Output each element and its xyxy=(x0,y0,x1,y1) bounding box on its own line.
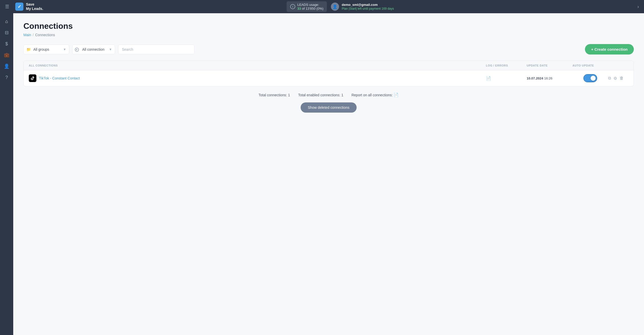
search-wrapper xyxy=(118,45,194,54)
header-update-date: UPDATE DATE xyxy=(527,64,572,67)
tiktok-icon xyxy=(29,74,36,82)
connection-select[interactable]: All connection xyxy=(72,45,115,54)
breadcrumb-current: Connections xyxy=(35,33,55,37)
table-row: TikTok - Constant Contact 📄 10.07.2024 1… xyxy=(24,70,634,86)
leads-usage-text: LEADS usage: 33 of 13'850 (0%) xyxy=(297,3,323,10)
auto-update-toggle[interactable] xyxy=(584,75,596,82)
header-actions xyxy=(608,64,628,67)
sidebar-item-integrations[interactable]: 💼 xyxy=(2,50,12,60)
report-file-icon[interactable]: 📄 xyxy=(394,93,399,97)
toolbar: 📁 All groups ▼ ▶ All connection ▼ + Crea… xyxy=(23,44,634,55)
header-all-connections: ALL CONNECTIONS xyxy=(29,64,486,67)
groups-select[interactable]: All groups xyxy=(23,45,69,54)
stats-row: Total connections: 1 Total enabled conne… xyxy=(23,92,634,97)
total-connections-stat: Total connections: 1 xyxy=(259,93,290,97)
user-box[interactable]: 👤 demo_sml@gmail.com Plan |Start| left u… xyxy=(331,3,394,11)
sidebar-item-dashboard[interactable]: ⌂ xyxy=(2,16,12,26)
settings-action-icon[interactable]: ⚙ xyxy=(613,76,617,81)
sidebar: ⌂ ⊟ $ 💼 👤 ? xyxy=(0,13,13,335)
help-icon: ? xyxy=(5,75,8,80)
toggle-thumb xyxy=(591,76,596,81)
sidebar-item-profile[interactable]: 👤 xyxy=(2,61,12,71)
page-title: Connections xyxy=(23,21,634,31)
logo-icon: ✓ xyxy=(15,3,23,11)
auto-update-toggle-cell xyxy=(572,75,608,82)
log-errors-cell: 📄 xyxy=(486,76,527,81)
main-content: Connections Main / Connections 📁 All gro… xyxy=(13,13,644,335)
copy-action-icon[interactable]: ⧉ xyxy=(608,76,611,81)
delete-action-icon[interactable]: 🗑 xyxy=(620,76,624,81)
row-actions-cell: ⧉ ⚙ 🗑 xyxy=(608,76,628,81)
connections-icon: ⊟ xyxy=(5,30,9,35)
briefcase-icon: 💼 xyxy=(4,52,9,58)
toggle-track xyxy=(584,75,596,82)
logo[interactable]: ✓ SaveMy Leads. xyxy=(15,2,43,11)
profile-icon: 👤 xyxy=(4,63,9,69)
log-file-icon[interactable]: 📄 xyxy=(486,76,491,81)
header-log-errors: LOG / ERRORS xyxy=(486,64,527,67)
header-center: i LEADS usage: 33 of 13'850 (0%) 👤 demo_… xyxy=(287,1,394,12)
breadcrumb: Main / Connections xyxy=(23,33,634,37)
connection-link[interactable]: TikTok - Constant Contact xyxy=(39,76,80,80)
total-enabled-stat: Total enabled connections: 1 xyxy=(298,93,343,97)
nav-chevron-icon: › xyxy=(637,4,639,9)
show-deleted-button[interactable]: Show deleted connections xyxy=(301,102,356,113)
sidebar-item-help[interactable]: ? xyxy=(2,72,12,83)
billing-icon: $ xyxy=(5,41,8,47)
header-auto-update: AUTO UPDATE xyxy=(572,64,608,67)
top-navigation: ☰ ✓ SaveMy Leads. i LEADS usage: 33 of 1… xyxy=(0,0,644,13)
info-icon: i xyxy=(290,4,295,9)
breadcrumb-main-link[interactable]: Main xyxy=(23,33,31,37)
update-date-cell: 10.07.2024 16:26 xyxy=(527,76,572,80)
hamburger-icon[interactable]: ☰ xyxy=(5,4,9,9)
search-input[interactable] xyxy=(118,45,194,54)
connections-table: ALL CONNECTIONS LOG / ERRORS UPDATE DATE… xyxy=(23,61,634,86)
table-header: ALL CONNECTIONS LOG / ERRORS UPDATE DATE… xyxy=(24,61,634,70)
breadcrumb-separator: / xyxy=(33,33,34,37)
groups-select-wrapper: 📁 All groups ▼ xyxy=(23,45,69,54)
leads-usage-box[interactable]: i LEADS usage: 33 of 13'850 (0%) xyxy=(287,1,327,12)
user-avatar: 👤 xyxy=(331,3,339,11)
sidebar-item-connections[interactable]: ⊟ xyxy=(2,28,12,38)
logo-text: SaveMy Leads. xyxy=(26,2,43,11)
create-connection-button[interactable]: + Create connection xyxy=(585,44,634,55)
tiktok-svg xyxy=(30,76,35,81)
sidebar-item-billing[interactable]: $ xyxy=(2,39,12,49)
report-label: Report on all connections: 📄 xyxy=(352,92,399,97)
home-icon: ⌂ xyxy=(5,19,8,24)
user-info: demo_sml@gmail.com Plan |Start| left unt… xyxy=(342,3,394,10)
connection-select-wrapper: ▶ All connection ▼ xyxy=(72,45,115,54)
connection-name-cell: TikTok - Constant Contact xyxy=(29,74,486,82)
